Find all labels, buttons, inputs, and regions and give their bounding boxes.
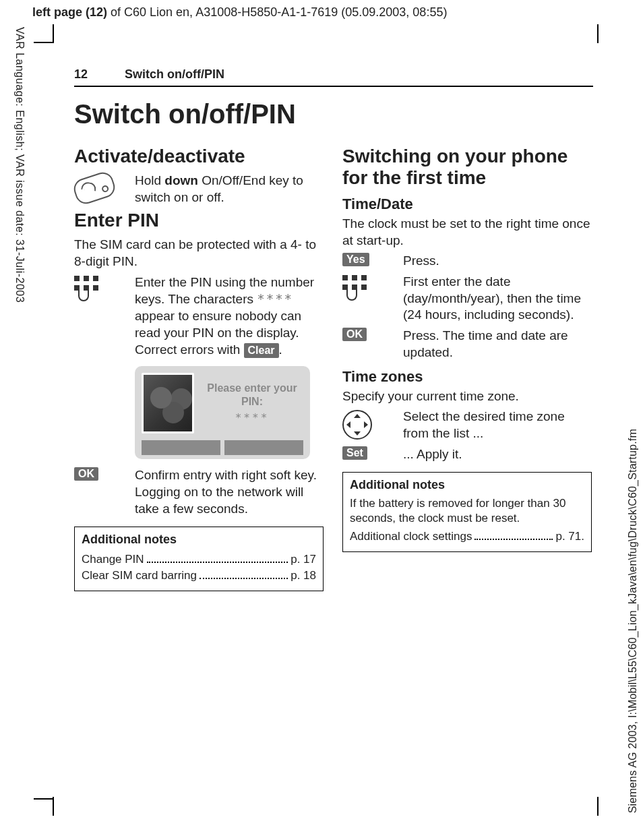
- notes-title-right: Additional notes: [350, 478, 584, 492]
- nav-key-icon: [342, 409, 403, 440]
- ok-key: OK: [74, 467, 98, 481]
- yes-key: Yes: [342, 253, 369, 266]
- ok-key: OK: [342, 328, 367, 341]
- page-number: 12: [74, 67, 121, 82]
- keypad-icon: [342, 274, 403, 299]
- additional-notes-left: Additional notes Change PIN p. 17 Clear …: [74, 527, 324, 591]
- heading-activate: Activate/deactivate: [74, 146, 324, 167]
- heading-timedate: Time/Date: [342, 196, 592, 213]
- heading-enter-pin: Enter PIN: [74, 210, 324, 231]
- additional-notes-right: Additional notes If the battery is remov…: [342, 472, 592, 551]
- notes-title-left: Additional notes: [82, 533, 316, 547]
- enter-pin-keypad-text: Enter the PIN using the number keys. The…: [135, 274, 324, 359]
- ok-text: Confirm entry with right soft key. Loggi…: [135, 467, 324, 517]
- timedate-intro: The clock must be set to the right time …: [342, 216, 592, 249]
- page-title: Switch on/off/PIN: [74, 99, 593, 129]
- screen-line1: Please enter your: [207, 382, 297, 394]
- end-key-icon: [74, 173, 135, 201]
- running-title: Switch on/off/PIN: [125, 67, 224, 81]
- crop-info-bold: left page (12): [32, 5, 107, 19]
- softkey-right: [224, 440, 303, 455]
- phone-screen: Please enter your PIN: ****: [135, 366, 310, 459]
- keypad-text: First enter the date (day/month/year), t…: [403, 274, 592, 324]
- enter-pin-intro: The SIM card can be protected with a 4- …: [74, 237, 324, 270]
- left-column: Activate/deactivate Hold down On/Off/End…: [74, 142, 324, 591]
- side-left-text: VAR Language: English; VAR issue date: 3…: [13, 27, 26, 303]
- set-key: Set: [342, 446, 367, 460]
- screen-line2: PIN:: [241, 396, 263, 407]
- heading-first-time: Switching on your phone for the first ti…: [342, 146, 592, 189]
- notes-row: Clear SIM card barring p. 18: [82, 568, 316, 582]
- ok-text-right: Press. The time and date are updated.: [403, 328, 592, 361]
- screen-stars: ****: [201, 411, 303, 425]
- crop-info-rest: of C60 Lion en, A31008-H5850-A1-1-7619 (…: [107, 5, 447, 19]
- notes-row: Additional clock settings p. 71.: [350, 528, 584, 543]
- side-right-text: Siemens AG 2003, I:\Mobil\L55\C60_Lion_k…: [627, 429, 639, 813]
- softkey-left: [142, 440, 220, 455]
- keypad-icon: [74, 274, 135, 300]
- right-column: Switching on your phone for the first ti…: [342, 142, 592, 591]
- yes-text: Press.: [403, 253, 592, 270]
- timezones-intro: Specify your current time zone.: [342, 388, 592, 405]
- nav-text: Select the desired time zone from the li…: [403, 409, 592, 442]
- running-head: 12 Switch on/off/PIN: [74, 67, 593, 87]
- crop-info: left page (12) of C60 Lion en, A31008-H5…: [32, 5, 447, 20]
- phone-wallpaper-icon: [142, 373, 194, 433]
- heading-timezones: Time zones: [342, 368, 592, 386]
- clear-key: Clear: [244, 343, 279, 359]
- notes-row: Change PIN p. 17: [82, 551, 316, 566]
- notes-body-right: If the battery is removed for longer tha…: [350, 496, 584, 526]
- activate-text: Hold down On/Off/End key to switch on or…: [135, 173, 324, 206]
- set-text: ... Apply it.: [403, 446, 592, 463]
